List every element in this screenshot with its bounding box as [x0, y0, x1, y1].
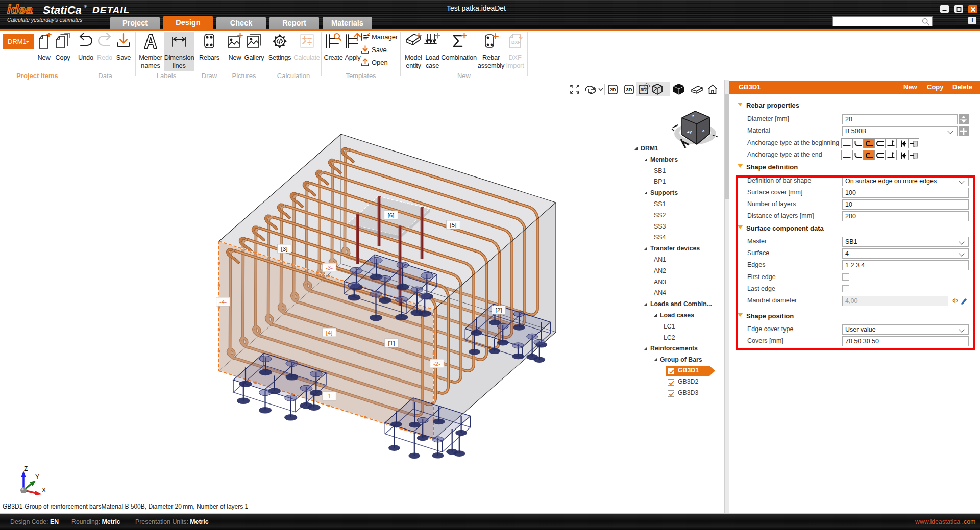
- svg-text:-4-: -4-: [219, 299, 227, 305]
- svg-text:z: z: [692, 114, 694, 118]
- svg-text:idea: idea: [7, 3, 33, 16]
- svg-text:[5]: [5]: [450, 222, 457, 228]
- svg-text:Y: Y: [35, 473, 39, 481]
- svg-text:StatiCa: StatiCa: [43, 4, 82, 16]
- svg-text:3D: 3D: [626, 87, 632, 92]
- svg-text:DETAIL: DETAIL: [92, 5, 130, 15]
- svg-text:[6]: [6]: [388, 212, 395, 218]
- svg-text:[4]: [4]: [326, 330, 333, 336]
- svg-text:+Y: +Y: [687, 130, 692, 135]
- svg-text:DXF: DXF: [511, 40, 521, 45]
- svg-text:[3]: [3]: [281, 246, 288, 252]
- svg-text:2D: 2D: [609, 87, 616, 92]
- svg-text:Calculate yesterday's estimate: Calculate yesterday's estimates: [7, 17, 83, 23]
- svg-text:®: ®: [84, 4, 87, 9]
- svg-text:X: X: [42, 487, 46, 494]
- svg-text:-3-: -3-: [326, 265, 333, 271]
- svg-text:[1]: [1]: [388, 340, 395, 346]
- svg-text:[2]: [2]: [496, 307, 502, 313]
- svg-text:-1-: -1-: [326, 393, 333, 399]
- svg-text:Z: Z: [24, 465, 28, 472]
- svg-text:-2-: -2-: [433, 361, 440, 367]
